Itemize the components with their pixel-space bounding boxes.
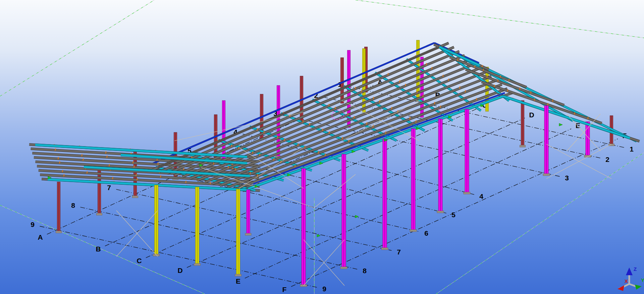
gizmo-axis-label-y: Y	[641, 277, 644, 283]
grid-label-letter-B: B	[96, 245, 101, 253]
grid-label-number-6: 6	[424, 229, 428, 237]
grid-label-letter-A: A	[38, 233, 43, 241]
grid-label-number-7: 7	[397, 248, 401, 256]
grid-label-letter-F: F	[282, 286, 287, 293]
base-plate	[437, 211, 444, 213]
base-plate	[97, 213, 102, 215]
base-plate	[245, 233, 251, 235]
grid-label-letter-E: E	[236, 277, 240, 285]
grid-label-number-3: 3	[565, 174, 569, 182]
model-viewport[interactable]: AABBCCDDEEFF112233445566778899XYZ	[0, 0, 644, 294]
base-plate	[56, 231, 62, 233]
base-plate	[381, 248, 388, 250]
grid-label-number-7: 7	[107, 184, 111, 191]
gizmo-axis-label-x: X	[625, 278, 628, 284]
grid-label-number-4: 4	[479, 192, 483, 200]
grid-label-letter-D: D	[177, 267, 182, 274]
grid-label-number-9: 9	[31, 221, 35, 228]
grid-label-number-8: 8	[71, 201, 75, 209]
base-plate	[194, 263, 201, 266]
grid-label-number-8: 8	[363, 267, 367, 275]
base-plate	[132, 196, 138, 198]
base-plate	[464, 192, 470, 194]
grid-label-number-5: 5	[451, 211, 455, 219]
base-plate	[410, 230, 417, 232]
gizmo-axis-label-z: Z	[634, 266, 637, 272]
base-plate	[543, 174, 550, 176]
base-plate	[609, 144, 614, 146]
grid-label-number-9: 9	[322, 285, 326, 293]
base-plate	[340, 267, 347, 269]
base-plate	[235, 274, 241, 276]
grid-label-number-2: 2	[605, 156, 609, 163]
grid-label-letter-C: C	[137, 257, 142, 264]
grid-label-number-1: 1	[630, 145, 634, 153]
grid-label-letter-D: D	[529, 111, 534, 119]
viewport-3d-scene[interactable]: AABBCCDDEEFF112233445566778899XYZ	[0, 0, 644, 294]
base-plate	[520, 145, 526, 147]
